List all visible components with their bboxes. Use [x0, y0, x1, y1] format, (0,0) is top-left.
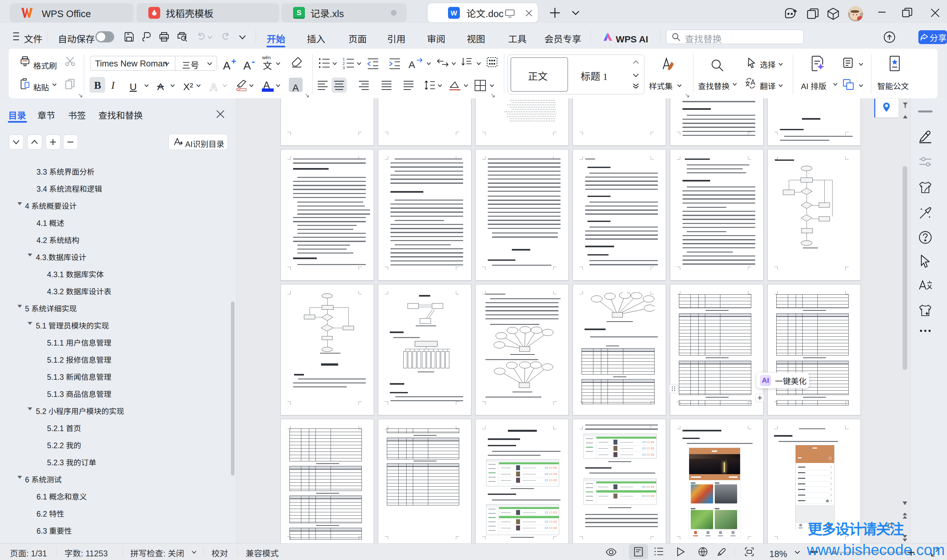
- svg-text:W: W: [451, 9, 457, 17]
- svg-text:1: 1: [343, 57, 345, 61]
- svg-text:2: 2: [343, 62, 345, 65]
- svg-text:3: 3: [343, 66, 345, 70]
- svg-text:S: S: [297, 9, 302, 17]
